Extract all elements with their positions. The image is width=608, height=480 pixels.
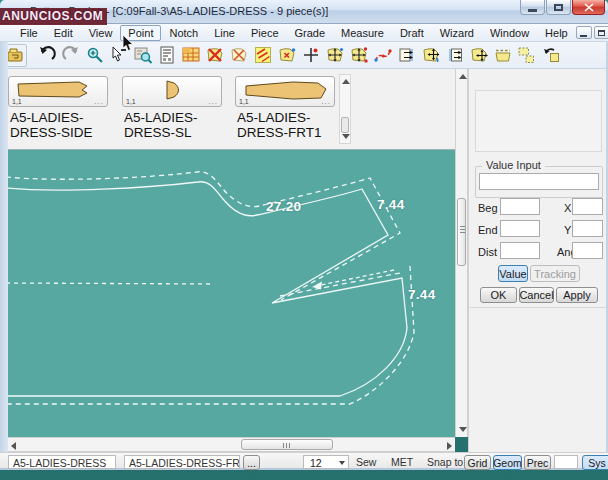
mdi-restore-button[interactable] [594,26,608,39]
y-label: Y [564,224,571,236]
beg-field[interactable] [500,198,540,215]
value-input-field[interactable] [479,173,599,190]
menu-item-line[interactable]: Line [206,25,243,41]
plot-grid-icon[interactable] [179,44,203,67]
mdi-minimize-icon [580,35,587,37]
pattern-canvas[interactable]: 27.20 7.44 7.44 [8,150,455,437]
add-point-icon[interactable] [299,44,323,67]
center-fold-line [8,283,214,284]
zoom-in-icon[interactable] [83,44,107,67]
end-field[interactable] [500,220,540,237]
size-dropdown[interactable]: 12 [303,455,349,469]
drag-piece-icon[interactable] [467,44,491,67]
main-toolbar [0,42,608,69]
stretch-x-icon[interactable] [395,44,419,67]
delete-point-icon[interactable] [275,44,299,67]
cancel-button[interactable]: Cancel [519,287,554,303]
menu-item-draft[interactable]: Draft [392,25,432,41]
value-input-panel: Value Input Beg X End Y Dist Ang Value T… [468,69,606,452]
menu-item-measure[interactable]: Measure [333,25,392,41]
thumb-more-label: ... [94,97,104,106]
canvas-horizontal-scrollbar[interactable] [8,437,455,452]
move-edge-icon[interactable] [419,44,443,67]
move-piece-icon[interactable] [323,44,347,67]
x-field[interactable] [572,198,603,215]
fold-line-icon[interactable] [491,44,515,67]
scroll-down-icon[interactable] [459,427,467,432]
undo-icon[interactable] [35,44,59,67]
snap-prec-button[interactable]: Prec [524,455,551,470]
value-input-title: Value Input [482,159,545,171]
delete-piece-icon[interactable] [203,44,227,67]
menu-item-grade[interactable]: Grade [287,25,334,41]
status-bar: A5-LADIES-DRESS A5-LADIES-DRESS-FRT1 ...… [0,452,608,470]
dist-label: Dist [478,246,497,258]
end-label: End [478,224,498,236]
move-point-icon[interactable] [347,44,371,67]
mdi-minimize-button[interactable] [576,26,592,39]
current-piece-field[interactable]: A5-LADIES-DRESS-FRT1 [124,455,240,469]
menu-item-help[interactable]: Help [537,25,576,41]
apply-button[interactable]: Apply [556,287,598,303]
menu-item-window[interactable]: Window [482,25,537,41]
maximize-button[interactable] [546,0,571,15]
close-icon [584,3,594,12]
y-field[interactable] [572,220,603,237]
scrollbar-thumb[interactable] [457,198,466,266]
menu-item-view[interactable]: View [81,25,121,41]
snap-grid-button[interactable]: Grid [464,455,491,470]
piece-silhouette-sl [125,78,221,102]
piece-icon-panel: 1,1 ... A5-LADIES- DRESS-SIDE 1,1 ... A5… [8,69,456,150]
menu-item-file[interactable]: File [12,25,46,41]
measurement-label: 7.44 [377,197,404,212]
piece-report-icon[interactable] [155,44,179,67]
menu-item-edit[interactable]: Edit [46,25,81,41]
clear-piece-icon[interactable] [227,44,251,67]
beg-label: Beg [478,202,498,214]
snap-value-field[interactable] [554,455,578,469]
current-style-field[interactable]: A5-LADIES-DRESS [8,455,116,469]
stretch-y-icon[interactable] [443,44,467,67]
mdi-restore-icon [598,30,605,36]
menu-item-notch[interactable]: Notch [161,25,206,41]
ok-button[interactable]: OK [480,287,517,303]
edit-curve-icon[interactable] [371,44,395,67]
thumb-grip [460,229,465,230]
units-indicator[interactable]: MET [391,456,413,468]
close-button[interactable] [572,0,605,15]
sew-toggle[interactable]: Sew [356,456,376,468]
piece-thumbnail-side[interactable]: 1,1 ... [8,76,108,107]
dart-arrow-icon [312,282,322,290]
piece-thumbnail-frt1[interactable]: 1,1 ... [235,76,335,107]
snap-geom-button[interactable]: Geom [493,455,522,470]
dart-center-line [316,270,394,286]
copy-piece-icon[interactable] [515,44,539,67]
piece-name-sl[interactable]: A5-LADIES- DRESS-SL [124,110,198,140]
scroll-down-icon[interactable] [342,134,350,139]
scroll-up-icon[interactable] [342,79,350,84]
minimize-button[interactable] [520,0,545,15]
piece-thumbnail-sl[interactable]: 1,1 ... [122,76,222,107]
piece-name-frt1[interactable]: A5-LADIES- DRESS-FRT1 [237,110,322,140]
clear-lines-icon[interactable] [251,44,275,67]
rotate-piece-icon[interactable] [539,44,563,67]
snap-to-label: Snap to: [427,456,466,468]
scrollbar-thumb[interactable] [241,439,333,450]
ang-field[interactable] [572,242,603,259]
menu-item-piece[interactable]: Piece [243,25,287,41]
redo-icon[interactable] [59,44,83,67]
canvas-vertical-scrollbar[interactable] [455,69,468,437]
sys-button[interactable]: Sys [582,455,608,470]
thumbnail-scrollbar[interactable] [339,74,351,144]
dist-field[interactable] [500,242,540,259]
piece-name-side[interactable]: A5-LADIES- DRESS-SIDE [10,110,93,140]
scrollbar-thumb[interactable] [341,117,349,133]
scroll-right-icon[interactable] [447,442,452,450]
tracking-button[interactable]: Tracking [530,265,580,282]
menu-item-wizard[interactable]: Wizard [432,25,482,41]
x-label: X [564,202,571,214]
value-button[interactable]: Value [498,265,528,282]
scroll-left-icon[interactable] [11,442,16,450]
scroll-up-icon[interactable] [459,74,467,79]
more-pieces-button[interactable]: ... [243,455,260,470]
